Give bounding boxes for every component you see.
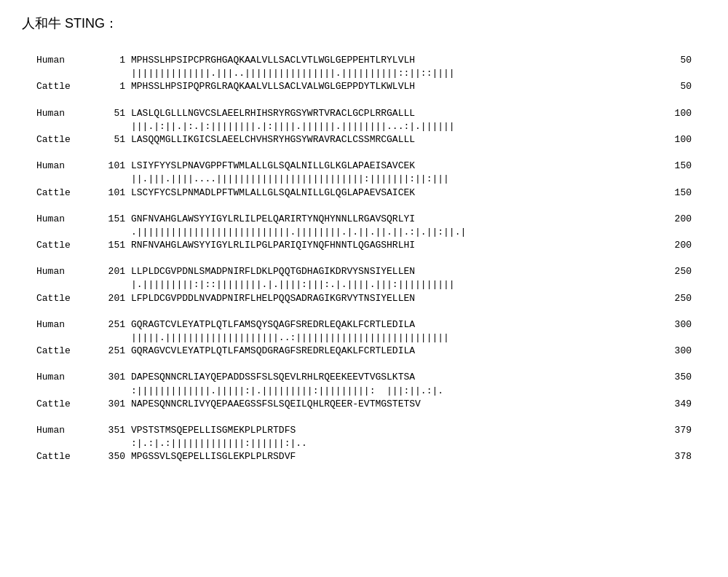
seq-end-human-3: 200: [662, 213, 692, 226]
match-data-0: ||||||||||||||.|||..||||||||||||||||.|||…: [131, 67, 692, 80]
match-data-6: :|||||||||||||.|||||:|.|||||||||:|||||||…: [131, 385, 692, 398]
cattle-row-0: Cattle 1 MPHSSLHPSIPQPRGLRAQKAALVLLSACLV…: [36, 80, 692, 93]
seq-end-cattle-1: 100: [662, 133, 692, 146]
cattle-row-7: Cattle 350 MPGSSVLSQEPELLISGLEKPLPLRSDVF…: [36, 450, 692, 463]
seq-data-cattle-0: MPHSSLHPSIPQPRGLRAQKAALVLLSACLVALWGLGEPP…: [131, 80, 662, 93]
species-label-human-1: Human: [36, 107, 95, 120]
human-row-2: Human 101 LSIYFYYSLPNAVGPPFTWMLALLGLSQAL…: [36, 160, 692, 173]
human-row-0: Human 1 MPHSSLHPSIPCPRGHGAQKAALVLLSACLVT…: [36, 54, 692, 67]
seq-data-cattle-5: GQRAGVCVLEYATPLQTLFAMSQDGRAGFSREDRLEQAKL…: [131, 345, 662, 358]
seq-data-cattle-3: RNFNVAHGLAWSYYIGYLRLILPGLPARIQIYNQFHNNTL…: [131, 239, 662, 252]
seq-end-cattle-5: 300: [662, 345, 692, 358]
human-row-1: Human 51 LASLQLGLLLNGVCSLAEELRHIHSRYRGSY…: [36, 107, 692, 120]
match-row-7: :|.:|.:|||||||||||||:||||||:|..: [36, 437, 692, 450]
alignment-block-0: Human 1 MPHSSLHPSIPCPRGHGAQKAALVLLSACLVT…: [36, 54, 692, 94]
seq-start-cattle-6: 301: [95, 398, 131, 411]
cattle-row-1: Cattle 51 LASQQMGLLIKGICSLAEELCHVHSRYHGS…: [36, 133, 692, 146]
match-data-7: :|.:|.:|||||||||||||:||||||:|..: [131, 437, 692, 450]
seq-data-cattle-4: LFPLDCGVPDDLNVADPNIRFLHELPQQSADRAGIKGRVY…: [131, 292, 662, 305]
seq-end-human-2: 150: [662, 160, 692, 173]
cattle-row-3: Cattle 151 RNFNVAHGLAWSYYIGYLRLILPGLPARI…: [36, 239, 692, 252]
seq-end-cattle-0: 50: [662, 80, 692, 93]
species-label-human-4: Human: [36, 265, 95, 278]
seq-data-human-5: GQRAGTCVLEYATPLQTLFAMSQYSQAGFSREDRLEQAKL…: [131, 318, 662, 331]
seq-end-cattle-3: 200: [662, 239, 692, 252]
seq-data-human-3: GNFNVAHGLAWSYYIGYLRLILPELQARIRTYNQHYNNLL…: [131, 213, 662, 226]
match-row-1: |||.|:||.|:.|:||||||||.|:||||.||||||.|||…: [36, 120, 692, 133]
seq-end-human-5: 300: [662, 318, 692, 331]
seq-end-cattle-7: 378: [662, 450, 692, 463]
species-label-cattle-4: Cattle: [36, 292, 95, 305]
seq-end-cattle-2: 150: [662, 187, 692, 200]
species-label-human-3: Human: [36, 213, 95, 226]
cattle-row-4: Cattle 201 LFPLDCGVPDDLNVADPNIRFLHELPQQS…: [36, 292, 692, 305]
species-label-cattle-7: Cattle: [36, 450, 95, 463]
species-label-human-5: Human: [36, 318, 95, 331]
match-row-6: :|||||||||||||.|||||:|.|||||||||:|||||||…: [36, 385, 692, 398]
seq-end-cattle-4: 250: [662, 292, 692, 305]
species-label-cattle-6: Cattle: [36, 398, 95, 411]
seq-start-human-2: 101: [95, 160, 131, 173]
match-row-3: .|||||||||||||||||||||||||||.||||||||.|.…: [36, 226, 692, 239]
seq-start-human-1: 51: [95, 107, 131, 120]
human-row-5: Human 251 GQRAGTCVLEYATPLQTLFAMSQYSQAGFS…: [36, 318, 692, 331]
seq-data-human-4: LLPLDCGVPDNLSMADPNIRFLDKLPQQTGDHAGIKDRVY…: [131, 265, 662, 278]
seq-start-cattle-5: 251: [95, 345, 131, 358]
cattle-row-6: Cattle 301 NAPESQNNCRLIVYQEPAAEGSSFSLSQE…: [36, 398, 692, 411]
seq-start-human-5: 251: [95, 318, 131, 331]
match-row-0: ||||||||||||||.|||..||||||||||||||||.|||…: [36, 67, 692, 80]
seq-start-cattle-0: 1: [95, 80, 131, 93]
seq-start-cattle-7: 350: [95, 450, 131, 463]
seq-data-cattle-1: LASQQMGLLIKGICSLAEELCHVHSRYHGSYWRAVRACLC…: [131, 133, 662, 146]
alignment-block-5: Human 251 GQRAGTCVLEYATPLQTLFAMSQYSQAGFS…: [36, 318, 692, 358]
species-label-cattle-0: Cattle: [36, 80, 95, 93]
match-data-1: |||.|:||.|:.|:||||||||.|:||||.||||||.|||…: [131, 120, 692, 133]
seq-start-human-4: 201: [95, 265, 131, 278]
species-label-cattle-1: Cattle: [36, 133, 95, 146]
seq-end-human-0: 50: [662, 54, 692, 67]
species-label-human-2: Human: [36, 160, 95, 173]
human-row-3: Human 151 GNFNVAHGLAWSYYIGYLRLILPELQARIR…: [36, 213, 692, 226]
seq-data-cattle-7: MPGSSVLSQEPELLISGLEKPLPLRSDVF: [131, 450, 662, 463]
species-label-human-6: Human: [36, 371, 95, 384]
cattle-row-5: Cattle 251 GQRAGVCVLEYATPLQTLFAMSQDGRAGF…: [36, 345, 692, 358]
match-row-2: ||.|||.||||....|||||||||||||||||||||||||…: [36, 173, 692, 186]
seq-start-human-3: 151: [95, 213, 131, 226]
alignment-block-6: Human 301 DAPESQNNCRLIAYQEPADDSSFSLSQEVL…: [36, 371, 692, 411]
alignment-block-1: Human 51 LASLQLGLLLNGVCSLAEELRHIHSRYRGSY…: [36, 107, 692, 147]
alignment-block-4: Human 201 LLPLDCGVPDNLSMADPNIRFLDKLPQQTG…: [36, 265, 692, 305]
species-label-cattle-2: Cattle: [36, 187, 95, 200]
seq-data-human-7: VPSTSTMSQEPELLISGMEKPLPLRTDFS: [131, 424, 662, 437]
match-data-3: .|||||||||||||||||||||||||||.||||||||.|.…: [131, 226, 692, 239]
species-label-cattle-3: Cattle: [36, 239, 95, 252]
seq-end-human-1: 100: [662, 107, 692, 120]
cattle-row-2: Cattle 101 LSCYFYCSLPNMADLPFTWMLALLGLSQA…: [36, 187, 692, 200]
seq-data-cattle-6: NAPESQNNCRLIVYQEPAAEGSSFSLSQEILQHLRQEER-…: [131, 398, 662, 411]
seq-start-human-6: 301: [95, 371, 131, 384]
seq-data-human-6: DAPESQNNCRLIAYQEPADDSSFSLSQEVLRHLRQEEKEE…: [131, 371, 662, 384]
match-row-4: |.|||||||||:|::||||||||.|.||||:|||:.|.||…: [36, 278, 692, 291]
match-data-4: |.|||||||||:|::||||||||.|.||||:|||:.|.||…: [131, 278, 692, 291]
seq-start-cattle-2: 101: [95, 187, 131, 200]
seq-data-cattle-2: LSCYFYCSLPNMADLPFTWMLALLGLSQALNILLGLQGLA…: [131, 187, 662, 200]
seq-end-cattle-6: 349: [662, 398, 692, 411]
human-row-6: Human 301 DAPESQNNCRLIAYQEPADDSSFSLSQEVL…: [36, 371, 692, 384]
page-title: 人和牛 STING：: [22, 15, 706, 32]
match-data-5: |||||.||||||||||||||||||||..:|||||||||||…: [131, 331, 692, 345]
alignment-block-3: Human 151 GNFNVAHGLAWSYYIGYLRLILPELQARIR…: [36, 213, 692, 253]
seq-start-cattle-3: 151: [95, 239, 131, 252]
match-row-5: |||||.||||||||||||||||||||..:|||||||||||…: [36, 331, 692, 345]
human-row-4: Human 201 LLPLDCGVPDNLSMADPNIRFLDKLPQQTG…: [36, 265, 692, 278]
seq-start-cattle-4: 201: [95, 292, 131, 305]
seq-data-human-0: MPHSSLHPSIPCPRGHGAQKAALVLLSACLVTLWGLGEPP…: [131, 54, 662, 67]
alignment-container: Human 1 MPHSSLHPSIPCPRGHGAQKAALVLLSACLVT…: [22, 47, 706, 484]
seq-data-human-1: LASLQLGLLLNGVCSLAEELRHIHSRYRGSYWRTVRACLG…: [131, 107, 662, 120]
species-label-cattle-5: Cattle: [36, 345, 95, 358]
seq-end-human-6: 350: [662, 371, 692, 384]
alignment-block-2: Human 101 LSIYFYYSLPNAVGPPFTWMLALLGLSQAL…: [36, 160, 692, 200]
seq-end-human-4: 250: [662, 265, 692, 278]
match-data-2: ||.|||.||||....|||||||||||||||||||||||||…: [131, 173, 692, 186]
alignment-block-7: Human 351 VPSTSTMSQEPELLISGMEKPLPLRTDFS …: [36, 424, 692, 464]
seq-data-human-2: LSIYFYYSLPNAVGPPFTWMLALLGLSQALNILLGLKGLA…: [131, 160, 662, 173]
species-label-human-7: Human: [36, 424, 95, 437]
